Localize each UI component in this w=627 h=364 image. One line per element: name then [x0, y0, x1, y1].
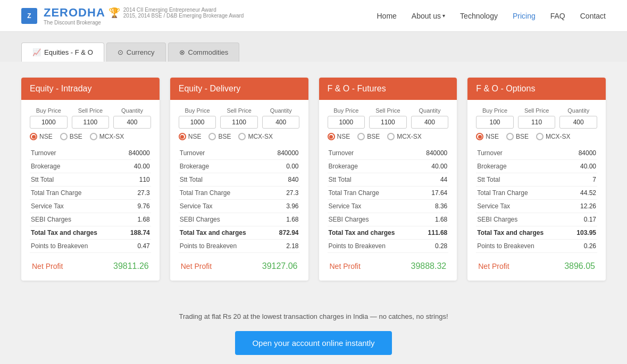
main-nav: Home About us ▾ Technology Pricing FAQ C… [377, 12, 606, 20]
row-value: 0.26 [568, 240, 597, 253]
radio-bse[interactable]: BSE [357, 133, 380, 140]
radio-nse[interactable]: NSE [179, 133, 202, 140]
radio-label-mcx-sx: MCX-SX [546, 133, 571, 140]
charges-table: Turnover840000Brokerage40.00Stt Total110… [30, 147, 151, 253]
table-row: Brokerage40.00 [476, 160, 597, 173]
net-profit-value: 3896.05 [564, 261, 595, 271]
radio-label-bse: BSE [70, 133, 82, 140]
quantity-input[interactable] [262, 116, 300, 129]
radio-dot-mcx-sx [387, 133, 395, 140]
main-content: Equity - IntradayBuy PriceSell PriceQuan… [0, 62, 627, 297]
table-row: Service Tax3.96 [179, 200, 300, 213]
row-label: SEBI Charges [476, 213, 568, 226]
row-label: Points to Breakeven [30, 240, 120, 253]
row-label: SEBI Charges [30, 213, 120, 226]
row-value: 9.76 [120, 200, 151, 213]
row-value: 840000 [417, 147, 448, 160]
card-header-equity-intraday: Equity - Intraday [21, 78, 160, 100]
tab-commodities[interactable]: ⊗ Commodities [168, 43, 240, 62]
label-buy-price-input: Buy Price [185, 107, 210, 114]
radio-dot-nse [328, 133, 335, 140]
table-row: Points to Breakeven0.47 [30, 240, 151, 253]
label-sell-price-input: Sell Price [227, 107, 251, 114]
row-value: 103.95 [568, 226, 597, 240]
table-row: Points to Breakeven2.18 [179, 240, 300, 253]
label-sell-price-input: Sell Price [524, 107, 549, 114]
sell-price-input[interactable] [72, 116, 110, 129]
tab-currency-label: Currency [127, 48, 155, 56]
tab-equities[interactable]: 📈 Equities - F & O [21, 43, 104, 62]
quantity-input[interactable] [113, 116, 151, 129]
radio-bse[interactable]: BSE [208, 133, 231, 140]
cta-button[interactable]: Open your account online instantly [235, 331, 391, 355]
charges-table: Turnover84000Brokerage40.00Stt Total7Tot… [476, 147, 597, 253]
price-inputs-row: Buy PriceSell PriceQuantity [476, 107, 597, 129]
row-value: 872.94 [269, 226, 300, 240]
label-buy-price-input: Buy Price [333, 107, 358, 114]
awards: 2014 CII Emerging Entrepreneur Award 201… [123, 7, 244, 19]
radio-mcxsx[interactable]: MCX-SX [536, 133, 571, 140]
buy-price-input[interactable] [30, 116, 68, 129]
radio-mcxsx[interactable]: MCX-SX [90, 133, 124, 140]
nav-home[interactable]: Home [377, 12, 396, 20]
sell-price-input[interactable] [220, 116, 258, 129]
card-body-equity-intraday: Buy PriceSell PriceQuantityNSEBSEMCX-SXT… [21, 100, 160, 281]
buy-price-input[interactable] [328, 116, 365, 129]
table-row: Total Tran Charge27.3 [30, 187, 151, 200]
table-row: Turnover840000 [328, 147, 449, 160]
card-body-equity-delivery: Buy PriceSell PriceQuantityNSEBSEMCX-SXT… [170, 100, 308, 281]
row-label: Turnover [179, 147, 269, 160]
radio-nse[interactable]: NSE [328, 133, 350, 140]
nav-pricing[interactable]: Pricing [513, 12, 536, 20]
radio-bse[interactable]: BSE [506, 133, 529, 140]
row-value: 0.17 [568, 213, 597, 226]
radio-dot-mcx-sx [238, 133, 246, 140]
net-profit-label: Net Profit [181, 262, 212, 270]
buy-price-input[interactable] [476, 116, 514, 129]
exchange-radio-group: NSEBSEMCX-SX [179, 133, 300, 140]
row-label: Turnover [30, 147, 120, 160]
quantity-input[interactable] [411, 116, 449, 129]
sell-price-input[interactable] [518, 116, 556, 129]
radio-mcxsx[interactable]: MCX-SX [238, 133, 273, 140]
table-row: Service Tax8.36 [328, 200, 449, 213]
exchange-radio-group: NSEBSEMCX-SX [476, 133, 597, 140]
radio-dot-mcx-sx [90, 133, 97, 140]
card-equity-intraday: Equity - IntradayBuy PriceSell PriceQuan… [21, 78, 160, 281]
radio-dot-mcx-sx [536, 133, 544, 140]
row-label: Service Tax [30, 200, 120, 213]
radio-mcxsx[interactable]: MCX-SX [387, 133, 422, 140]
buy-price-input[interactable] [179, 116, 216, 129]
table-row: Stt Total44 [328, 173, 449, 187]
table-row: Total Tax and charges103.95 [476, 226, 597, 240]
price-col-sell-price-input: Sell Price [369, 107, 407, 129]
price-col-sell-price-input: Sell Price [220, 107, 258, 129]
label-sell-price-input: Sell Price [78, 107, 103, 114]
quantity-input[interactable] [559, 116, 597, 129]
table-row: SEBI Charges1.68 [30, 213, 151, 226]
net-profit-row: Net Profit39811.26 [30, 255, 151, 273]
price-col-quantity-input: Quantity [411, 107, 449, 129]
price-col-buy-price-input: Buy Price [30, 107, 68, 129]
table-row: Service Tax9.76 [30, 200, 151, 213]
row-value: 0.00 [269, 160, 300, 173]
table-row: Total Tran Charge17.64 [328, 187, 449, 200]
nav-faq[interactable]: FAQ [550, 12, 565, 20]
nav-technology[interactable]: Technology [460, 12, 498, 20]
row-value: 27.3 [120, 187, 151, 200]
price-col-buy-price-input: Buy Price [328, 107, 365, 129]
commodities-icon: ⊗ [179, 48, 185, 56]
row-label: Total Tax and charges [328, 226, 418, 240]
table-row: Stt Total840 [179, 173, 300, 187]
label-quantity-input: Quantity [567, 107, 589, 114]
radio-nse[interactable]: NSE [476, 133, 499, 140]
nav-contact[interactable]: Contact [580, 12, 606, 20]
row-value: 1.68 [417, 213, 448, 226]
radio-bse[interactable]: BSE [60, 133, 82, 140]
radio-nse[interactable]: NSE [30, 133, 53, 140]
row-value: 44 [417, 173, 448, 187]
chart-icon: 📈 [32, 48, 41, 56]
nav-about[interactable]: About us ▾ [412, 12, 445, 20]
tab-currency[interactable]: ⊙ Currency [106, 43, 166, 62]
sell-price-input[interactable] [369, 116, 407, 129]
